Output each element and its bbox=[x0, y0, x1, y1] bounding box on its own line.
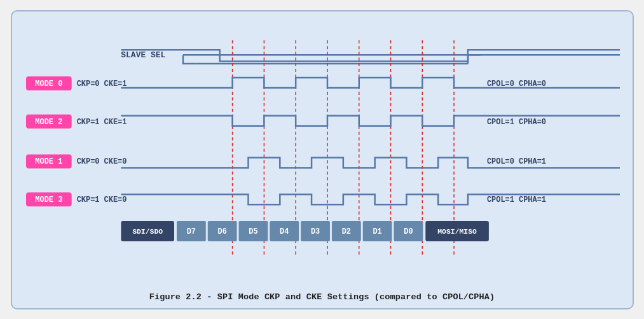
slave-sel-label: SLAVE SEL bbox=[121, 50, 165, 60]
svg-text:CKP=1  CKE=1: CKP=1 CKE=1 bbox=[76, 117, 127, 126]
diagram-svg-container: text { font-family: 'Courier New', Couri… bbox=[25, 22, 620, 287]
svg-text:CPOL=0  CPHA=0: CPOL=0 CPHA=0 bbox=[486, 79, 545, 88]
main-container: text { font-family: 'Courier New', Couri… bbox=[11, 10, 634, 309]
svg-text:MODE 1: MODE 1 bbox=[35, 157, 62, 166]
svg-text:D4: D4 bbox=[280, 227, 289, 236]
svg-text:D6: D6 bbox=[217, 227, 226, 236]
svg-text:CPOL=1  CPHA=0: CPOL=1 CPHA=0 bbox=[486, 117, 545, 126]
svg-text:D0: D0 bbox=[404, 227, 413, 236]
svg-text:D2: D2 bbox=[341, 227, 350, 236]
svg-text:MOSI/MISO: MOSI/MISO bbox=[437, 227, 477, 235]
svg-text:CKP=0  CKE=1: CKP=0 CKE=1 bbox=[76, 79, 127, 88]
svg-text:D3: D3 bbox=[310, 227, 319, 236]
svg-text:MODE 2: MODE 2 bbox=[35, 117, 62, 126]
svg-text:D7: D7 bbox=[186, 227, 195, 236]
svg-text:MODE 0: MODE 0 bbox=[35, 79, 62, 88]
svg-text:CKP=0  CKE=0: CKP=0 CKE=0 bbox=[76, 157, 127, 166]
svg-text:CKP=1  CKE=0: CKP=1 CKE=0 bbox=[76, 195, 127, 204]
svg-text:SDI/SDO: SDI/SDO bbox=[132, 227, 163, 235]
svg-text:MODE 3: MODE 3 bbox=[35, 195, 62, 204]
svg-text:CPOL=1  CPHA=1: CPOL=1 CPHA=1 bbox=[486, 195, 545, 204]
svg-text:D1: D1 bbox=[373, 227, 381, 236]
figure-caption: Figure 2.2 - SPI Mode CKP and CKE Settin… bbox=[25, 292, 620, 302]
svg-text:CPOL=0  CPHA=1: CPOL=0 CPHA=1 bbox=[486, 157, 545, 166]
svg-text:D5: D5 bbox=[249, 227, 257, 236]
